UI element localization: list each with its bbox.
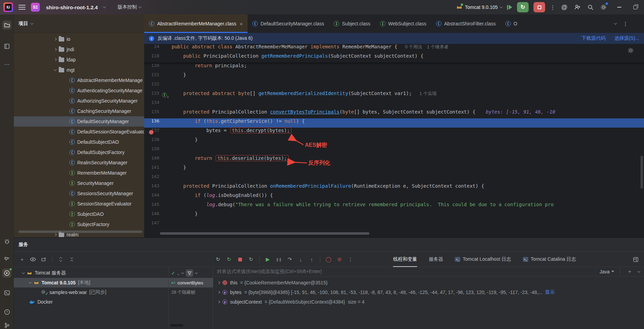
variable-row[interactable]: pbytes= {byte[3968]@4385} [-15, 91, 46, … <box>213 287 644 297</box>
download-sources-link[interactable]: 下载源代码 <box>582 35 606 42</box>
run-config-widget[interactable]: Tomcat 9.0.105 <box>456 4 502 10</box>
project-tree-item[interactable]: CRealmSecurityManager <box>14 157 144 168</box>
services-toolwindow-icon[interactable] <box>2 269 11 278</box>
restart-debug-button[interactable]: ↻ <box>517 2 529 12</box>
collapse-all-button[interactable] <box>68 255 76 263</box>
project-tree-item[interactable]: mgt <box>14 65 144 75</box>
editor-tab[interactable]: CDefaultSecurityManager.class <box>248 14 329 33</box>
force-step-button[interactable]: ⊘ <box>335 255 344 263</box>
build-toolwindow-icon[interactable] <box>2 254 11 263</box>
step-out-button[interactable]: ↑ <box>308 255 316 263</box>
project-horizontal-scrollbar[interactable] <box>19 231 142 233</box>
tab-options-icon[interactable]: ⋮ <box>623 21 628 27</box>
debug-resume-button[interactable] <box>507 5 512 10</box>
choose-sources-link[interactable]: 选择源(S)... <box>614 35 639 42</box>
tab-close-icon[interactable]: × <box>240 21 243 27</box>
frames-horizontal-scrollbar[interactable] <box>170 324 183 327</box>
variable-row[interactable]: psubjectContext= {DefaultWebSubjectConte… <box>213 297 644 307</box>
more-tool-windows-icon[interactable]: ⋯ <box>2 60 11 69</box>
tree-chevron-icon[interactable] <box>54 68 57 71</box>
frames-filter-row[interactable]: ✓ .. <box>169 268 213 278</box>
project-tree-item[interactable]: CAbstractRememberMeManage <box>14 75 144 85</box>
main-menu-icon[interactable] <box>19 5 25 10</box>
refresh-button[interactable]: ↻ <box>247 255 255 263</box>
git-toolwindow-icon[interactable] <box>2 321 11 329</box>
editor-tab[interactable]: CAbstractShiroFilter.class <box>431 14 501 33</box>
project-name[interactable]: shiro-shiro-root-1.2.4 <box>46 4 98 10</box>
tree-chevron-icon[interactable] <box>54 58 57 61</box>
step-into-button[interactable]: ↓ <box>297 255 305 263</box>
hidden-tabs-chevron-icon[interactable] <box>614 22 617 24</box>
stop-button[interactable] <box>236 255 244 263</box>
problems-toolwindow-icon[interactable] <box>2 307 11 316</box>
project-tree-item[interactable]: ISessionStorageEvaluator <box>14 199 144 209</box>
more-actions-icon[interactable]: ⋮ <box>550 4 555 11</box>
project-tree-item[interactable]: CSessionsSecurityManager <box>14 188 144 199</box>
project-tree-item[interactable]: CAuthorizingSecurityManager <box>14 96 144 106</box>
tree-chevron-icon[interactable] <box>54 48 57 51</box>
editor-horizontal-scrollbar[interactable] <box>160 232 369 235</box>
minimize-button[interactable] <box>615 3 623 11</box>
restore-window-button[interactable] <box>631 3 639 11</box>
project-tree-item[interactable]: CDefaultSessionStorageEvaluato <box>14 127 144 137</box>
project-tree-item[interactable]: ISubjectFactory <box>14 219 144 230</box>
editor-vertical-scrollbar[interactable] <box>641 156 643 189</box>
step-over-button[interactable]: ↷ <box>286 255 294 263</box>
project-badge[interactable]: S1 <box>31 3 40 12</box>
variable-expand-chevron-icon[interactable] <box>217 301 220 303</box>
project-toolwindow-icon[interactable] <box>2 21 11 30</box>
services-row-tomcat-group[interactable]: Tomcat 服务器 <box>14 268 168 278</box>
evaluate-language-selector[interactable]: Java <box>599 269 614 274</box>
rerun-button[interactable]: ↻ <box>214 255 222 263</box>
ai-assistant-icon[interactable]: @ <box>560 3 568 11</box>
tomcat-server-chevron-icon[interactable] <box>29 281 32 283</box>
project-tree-item[interactable]: ISubjectDAO <box>14 209 144 219</box>
debugger-tab[interactable]: >_Tomcat Localhost 日志 <box>455 252 511 267</box>
project-panel-header[interactable]: 项目 <box>14 14 144 33</box>
services-row-tomcat-server[interactable]: Tomcat 9.0.105 [本地] <box>14 278 168 287</box>
tree-chevron-icon[interactable] <box>54 233 57 236</box>
search-icon[interactable] <box>586 3 595 11</box>
evaluate-expand-chevron-icon[interactable] <box>637 270 640 272</box>
debugger-tab[interactable]: >_Tomcat Catalina 日志 <box>523 252 576 267</box>
implementation-gutter-icon[interactable]: I <box>162 93 167 97</box>
evaluate-expression-input[interactable]: 对表达式求值(Enter)或添加监视(Ctrl+Shift+Enter) Jav… <box>213 267 644 277</box>
editor-tab[interactable]: IWebSubject.class <box>375 14 431 33</box>
editor-tab[interactable]: CAbstractRememberMeManager.class× <box>144 14 248 33</box>
project-chevron-icon[interactable] <box>103 5 106 8</box>
project-tree-item[interactable]: CAuthenticatingSecurityManage <box>14 85 144 96</box>
project-tree-item[interactable]: ISecurityManager <box>14 178 144 188</box>
project-tree-item[interactable]: CDefaultSubjectDAO <box>14 137 144 147</box>
project-tree-item[interactable]: CDefaultSubjectFactory <box>14 147 144 157</box>
services-panel-title[interactable]: 服务 <box>14 238 644 252</box>
services-row-artifact[interactable]: ✓ samples-web:war [已同步] <box>14 287 168 297</box>
show-services-eye-icon[interactable] <box>29 255 37 263</box>
tree-chevron-icon[interactable] <box>54 38 57 40</box>
project-tree-item[interactable]: CCachingSecurityManager <box>14 106 144 116</box>
project-tree-item[interactable]: ldap <box>14 55 144 65</box>
debug-more-icon[interactable]: ⋮ <box>346 255 355 263</box>
add-watch-icon[interactable]: ＋ <box>625 268 634 276</box>
code-editor[interactable]: 24public abstract class AbstractRemember… <box>144 44 644 237</box>
current-frame-row[interactable]: ↩ convertBytes <box>169 278 213 287</box>
structure-toolwindow-icon[interactable] <box>2 42 11 51</box>
code-with-me-icon[interactable] <box>573 3 582 11</box>
debugger-tab[interactable]: 服务器 <box>429 252 443 267</box>
project-tree-item[interactable]: jndi <box>14 44 144 55</box>
editor-settings-gear-icon[interactable] <box>628 47 634 55</box>
frames-filter-funnel-icon[interactable] <box>186 269 193 277</box>
frames-dropdown-chevron-icon[interactable] <box>181 271 184 274</box>
add-service-button[interactable]: ＋ <box>18 255 26 263</box>
variable-row[interactable]: this= {CookieRememberMeManager@3515} <box>213 278 644 287</box>
stop-button[interactable] <box>533 2 545 12</box>
debugger-tab[interactable]: 线程和变量 <box>393 252 417 267</box>
tomcat-group-chevron-icon[interactable] <box>22 271 25 274</box>
project-tree-item[interactable]: CDefaultSecurityManager <box>14 116 144 127</box>
open-in-new-tab-button[interactable] <box>40 255 48 263</box>
editor-tab[interactable]: ISubject.class <box>329 14 375 33</box>
show-more-link[interactable]: 显示 <box>545 289 555 295</box>
resume-button[interactable]: ▶ <box>264 255 272 263</box>
services-row-docker[interactable]: Docker <box>14 297 168 307</box>
debug-toolwindow-icon[interactable] <box>2 237 11 246</box>
variable-expand-chevron-icon[interactable] <box>217 281 220 284</box>
